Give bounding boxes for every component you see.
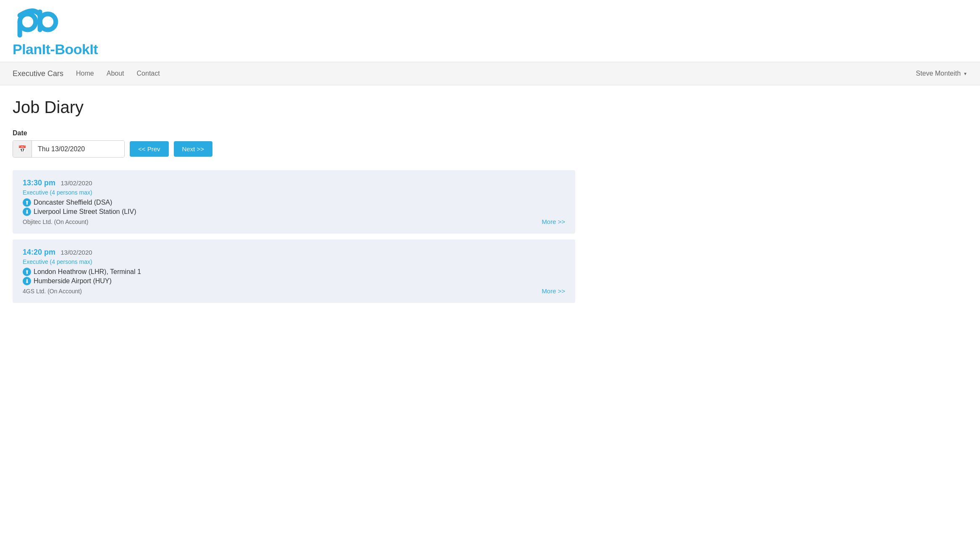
job-2-from: ⬆ London Heathrow (LHR), Terminal 1 — [23, 268, 565, 276]
nav-items: Home About Contact — [76, 68, 916, 79]
from-icon-1: ⬆ — [23, 198, 31, 207]
date-label: Date — [13, 129, 575, 137]
job-entry-2: 14:20 pm 13/02/2020 Executive (4 persons… — [13, 240, 575, 303]
nav-user-menu[interactable]: Steve Monteith ▼ — [916, 70, 967, 77]
date-input[interactable] — [32, 141, 124, 157]
to-icon-1: ⬇ — [23, 208, 31, 216]
brand-name: PlanIt-BookIt — [13, 41, 98, 57]
from-icon-2: ⬆ — [23, 268, 31, 276]
nav-home[interactable]: Home — [76, 68, 94, 79]
nav-about[interactable]: About — [107, 68, 124, 79]
job-2-from-text: London Heathrow (LHR), Terminal 1 — [34, 268, 141, 276]
job-1-from-text: Doncaster Sheffield (DSA) — [34, 199, 112, 206]
date-input-row: 📅 << Prev Next >> — [13, 140, 575, 158]
to-icon-2: ⬇ — [23, 277, 31, 285]
date-section: Date 📅 << Prev Next >> — [13, 129, 575, 158]
date-input-wrapper: 📅 — [13, 140, 125, 158]
job-1-to: ⬇ Liverpool Lime Street Station (LIV) — [23, 208, 565, 216]
navbar: Executive Cars Home About Contact Steve … — [0, 62, 980, 85]
job-2-type: Executive (4 persons max) — [23, 258, 565, 265]
job-1-to-text: Liverpool Lime Street Station (LIV) — [34, 208, 136, 216]
nav-user-caret: ▼ — [963, 71, 967, 76]
svg-point-2 — [40, 14, 56, 30]
job-1-header: 13:30 pm 13/02/2020 — [23, 179, 565, 187]
logo-area: PlanIt-BookIt — [0, 0, 980, 62]
calendar-icon: 📅 — [18, 145, 26, 153]
job-2-more[interactable]: More >> — [542, 287, 565, 295]
job-2-header: 14:20 pm 13/02/2020 — [23, 248, 565, 257]
job-2-to: ⬇ Humberside Airport (HUY) — [23, 277, 565, 285]
job-2-to-text: Humberside Airport (HUY) — [34, 277, 112, 285]
job-2-date: 13/02/2020 — [61, 249, 92, 256]
job-1-account: Objitec Ltd. (On Account) — [23, 218, 565, 225]
prev-button[interactable]: << Prev — [130, 141, 169, 157]
calendar-button[interactable]: 📅 — [13, 141, 32, 157]
job-entry-1: 13:30 pm 13/02/2020 Executive (4 persons… — [13, 170, 575, 234]
job-1-date: 13/02/2020 — [61, 179, 92, 187]
nav-contact[interactable]: Contact — [137, 68, 160, 79]
logo-icon — [13, 8, 63, 41]
nav-brand: Executive Cars — [13, 69, 63, 78]
page-title: Job Diary — [13, 98, 575, 117]
job-1-time: 13:30 pm — [23, 179, 55, 187]
next-button[interactable]: Next >> — [174, 141, 213, 157]
nav-user-name: Steve Monteith — [916, 70, 961, 77]
job-1-from: ⬆ Doncaster Sheffield (DSA) — [23, 198, 565, 207]
job-2-account: 4GS Ltd. (On Account) — [23, 288, 565, 295]
job-2-time: 14:20 pm — [23, 248, 55, 256]
job-1-type: Executive (4 persons max) — [23, 189, 565, 196]
main-content: Job Diary Date 📅 << Prev Next >> 13:30 p… — [0, 85, 588, 321]
job-1-more[interactable]: More >> — [542, 218, 565, 225]
